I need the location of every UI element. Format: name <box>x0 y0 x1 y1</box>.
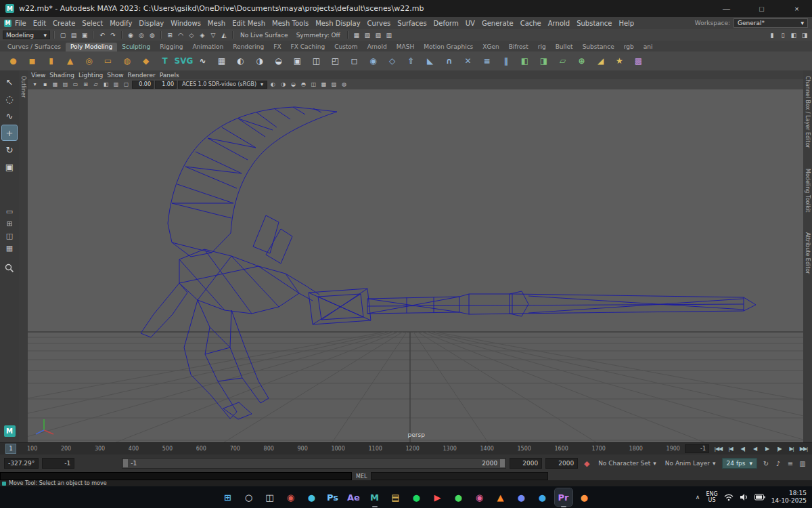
quad-draw-icon[interactable]: ▱ <box>555 54 570 69</box>
step-back-frame-button[interactable]: |◀ <box>725 444 736 454</box>
boolean-difference-icon[interactable]: ◑ <box>252 54 267 69</box>
shelf-tab[interactable]: Bifrost <box>504 43 533 51</box>
shelf-tab[interactable]: XGen <box>478 43 503 51</box>
anim-prefs-icon[interactable]: ≡ <box>785 458 796 469</box>
select-component-icon[interactable]: ◍ <box>148 30 157 39</box>
undo-icon[interactable]: ↶ <box>97 30 107 39</box>
menubar-item[interactable]: Modify <box>106 20 135 27</box>
display-layers-icon[interactable]: ▥ <box>384 30 394 39</box>
poly-cube-icon[interactable]: ◼ <box>24 54 40 69</box>
snap-projected-icon[interactable]: ◈ <box>198 30 207 39</box>
snap-point-icon[interactable]: ◇ <box>187 30 196 39</box>
modeling-toolkit-toggle-icon[interactable]: ◨ <box>800 30 809 39</box>
anti-alias-icon[interactable]: ◓ <box>299 81 308 89</box>
target-weld-icon[interactable]: ⊕ <box>574 54 589 69</box>
panel-menu-item[interactable]: Renderer <box>128 72 160 79</box>
file-explorer-icon[interactable]: ▤ <box>387 488 405 506</box>
menubar-item[interactable]: Curves <box>364 20 394 27</box>
lock-camera-icon[interactable]: ▪ <box>41 81 49 89</box>
offset-edge-loop-icon[interactable]: ∥ <box>498 54 514 69</box>
edge-icon[interactable]: ● <box>303 488 321 506</box>
select-object-icon[interactable]: ◎ <box>137 30 146 39</box>
select-hierarchy-icon[interactable]: ◉ <box>126 30 135 39</box>
uv-editor-icon[interactable]: ▩ <box>631 54 646 69</box>
move-tool[interactable]: + <box>2 125 17 140</box>
append-polygon-icon[interactable]: ◇ <box>384 54 400 69</box>
poly-sphere-icon[interactable]: ● <box>5 54 21 69</box>
shelf-tab[interactable]: Arnold <box>363 43 392 51</box>
hypershade-layout[interactable]: ▦ <box>2 243 17 253</box>
shelf-tab[interactable]: FX <box>269 43 286 51</box>
shelf-tab[interactable]: Bullet <box>551 43 578 51</box>
boolean-intersect-icon[interactable]: ◒ <box>271 54 286 69</box>
panel-menu-item[interactable]: View <box>31 72 49 79</box>
snap-view-icon[interactable]: ▽ <box>208 30 218 39</box>
bridge-icon[interactable]: ∩ <box>441 54 457 69</box>
snap-curve-icon[interactable]: ◠ <box>176 30 185 39</box>
playback-end-field[interactable]: 2000 <box>510 458 542 469</box>
character-set-dropdown[interactable]: No Character Set ▾ <box>595 460 659 467</box>
scale-tool[interactable]: ▣ <box>2 159 17 174</box>
anim-end-field[interactable]: 2000 <box>545 458 578 469</box>
shelf-tab[interactable]: Custom <box>330 43 362 51</box>
menubar-item[interactable]: Arnold <box>545 20 573 27</box>
fps-dropdown[interactable]: 24 fps ▾ <box>722 458 757 469</box>
resolution-gate-icon[interactable]: ◧ <box>102 81 110 89</box>
command-input[interactable] <box>0 472 352 480</box>
current-time-field[interactable]: -327.29° <box>4 458 39 469</box>
start-button[interactable]: ⊞ <box>219 488 237 506</box>
menubar-item[interactable]: Edit <box>30 20 49 27</box>
panel-menu-item[interactable]: Lighting <box>78 72 107 79</box>
poly-cylinder-icon[interactable]: ▮ <box>43 54 59 69</box>
symmetry-icon[interactable]: ◨ <box>536 54 551 69</box>
panel-tab-outliner[interactable]: Outliner <box>20 76 26 98</box>
menubar-item[interactable]: Display <box>135 20 167 27</box>
go-to-end-button[interactable]: ▶▶| <box>798 444 809 454</box>
make-live-icon[interactable]: ◭ <box>219 30 229 39</box>
maximize-button[interactable]: □ <box>746 0 777 17</box>
close-button[interactable]: × <box>782 0 812 17</box>
ipr-render-icon[interactable]: ▧ <box>363 30 372 39</box>
ssao-icon[interactable]: ◒ <box>289 81 298 89</box>
panel-tab[interactable]: Modeling Toolkit <box>805 169 811 212</box>
menubar-item[interactable]: Create <box>49 20 78 27</box>
shelf-tab[interactable]: rig <box>533 43 551 51</box>
chrome-icon[interactable]: ◉ <box>282 488 300 506</box>
after-effects-icon[interactable]: Ae <box>345 488 363 506</box>
panel-tab[interactable]: Channel Box / Layer Editor <box>805 76 811 148</box>
panel-menu-item[interactable]: Panels <box>160 72 183 79</box>
sculpt-brush-icon[interactable]: ★ <box>612 54 627 69</box>
isolate-select-icon[interactable]: ◍ <box>340 81 348 89</box>
symmetry-status[interactable]: Symmetry: Off <box>293 32 344 39</box>
time-slider[interactable]: 1 10020030040050060070080090010001100120… <box>0 442 812 454</box>
go-to-start-button[interactable]: |◀◀ <box>713 444 724 454</box>
play-backwards-button[interactable]: ◀ <box>749 444 761 454</box>
persp-outliner-layout[interactable]: ◫ <box>2 231 17 241</box>
extrude-icon[interactable]: ⇧ <box>403 54 419 69</box>
menu-set-dropdown[interactable]: Modeling ▾ <box>3 30 50 39</box>
xray-icon[interactable]: ◫ <box>309 81 318 89</box>
save-scene-icon[interactable]: ▣ <box>80 30 89 39</box>
gamma-field[interactable]: 1.00 <box>155 81 177 89</box>
wireframe-on-shaded-icon[interactable]: ▩ <box>319 81 328 89</box>
type-tool-icon[interactable]: T <box>157 54 173 69</box>
end-frame-field[interactable]: -1 <box>685 444 709 453</box>
menubar-item[interactable]: Mesh Display <box>312 20 363 27</box>
range-slider[interactable]: -1 2000 <box>122 458 506 469</box>
bevel-icon[interactable]: ◣ <box>422 54 438 69</box>
menubar-item[interactable]: Mesh <box>204 20 229 27</box>
crease-icon[interactable]: ◢ <box>593 54 608 69</box>
maya-icon[interactable]: M <box>366 488 384 506</box>
select-tool[interactable]: ↖ <box>2 75 17 89</box>
camera-attributes-icon[interactable]: ▦ <box>51 81 60 89</box>
shelf-tab[interactable]: Curves / Surfaces <box>3 43 66 51</box>
poly-torus-icon[interactable]: ◎ <box>81 54 97 69</box>
image-plane-icon[interactable]: ▭ <box>71 81 80 89</box>
firefox-icon[interactable]: ● <box>576 488 593 506</box>
bookmark-icon[interactable]: ▤ <box>61 81 70 89</box>
panel-menu-item[interactable]: Shading <box>49 72 78 79</box>
shelf-tab[interactable]: Sculpting <box>117 43 155 51</box>
svg-tool-icon[interactable]: SVG <box>176 54 191 69</box>
poly-disc-icon[interactable]: ◍ <box>119 54 135 69</box>
step-forward-frame-button[interactable]: ▶| <box>786 444 797 454</box>
